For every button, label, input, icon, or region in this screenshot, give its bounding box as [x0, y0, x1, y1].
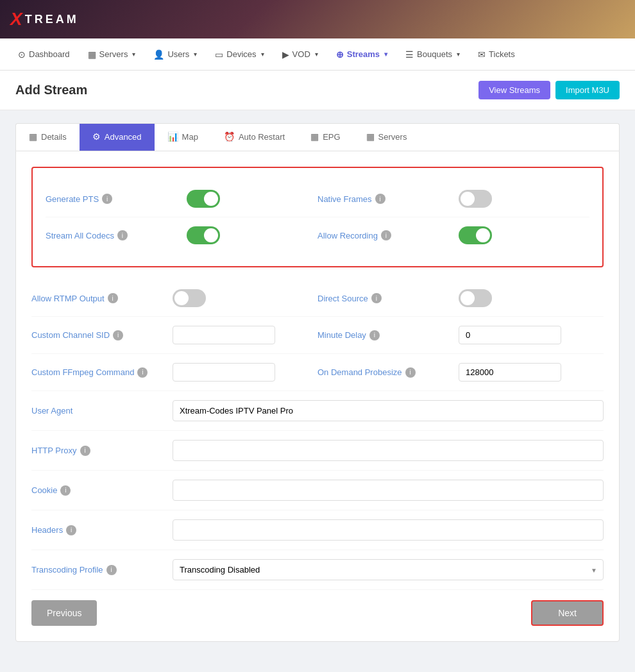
tab-servers-label: Servers [378, 132, 407, 142]
chevron-icon: ▾ [315, 51, 318, 58]
direct-source-toggle-container [459, 289, 587, 307]
auto-restart-tab-icon: ⏰ [224, 131, 235, 142]
minute-delay-col: Minute Delay i [318, 326, 604, 344]
nav-item-streams[interactable]: ⊕ Streams ▾ [328, 46, 395, 63]
chevron-icon: ▾ [194, 51, 197, 58]
details-tab-icon: ▦ [29, 131, 37, 142]
page-title: Add Stream [15, 83, 87, 97]
direct-source-slider [459, 289, 492, 307]
generate-pts-toggle-container [187, 190, 315, 208]
stream-all-codecs-slider [187, 226, 220, 244]
stream-all-codecs-toggle[interactable] [187, 226, 220, 244]
tab-epg[interactable]: ▦ EPG [298, 124, 353, 151]
custom-channel-sid-input[interactable] [173, 326, 275, 344]
tab-servers[interactable]: ▦ Servers [353, 124, 420, 151]
transcoding-profile-info-icon[interactable]: i [106, 565, 117, 575]
cookie-info-icon[interactable]: i [60, 485, 71, 496]
direct-source-toggle[interactable] [459, 289, 492, 307]
stream-all-codecs-col: Stream All Codecs i [46, 226, 318, 244]
http-proxy-input[interactable] [173, 440, 604, 461]
on-demand-probesize-label-group: On Demand Probesize i [318, 367, 459, 378]
tab-auto-restart[interactable]: ⏰ Auto Restart [211, 124, 298, 151]
direct-source-info-icon[interactable]: i [371, 293, 382, 303]
transcoding-profile-input-container: Transcoding Disabled Low Quality Medium … [173, 559, 604, 580]
minute-delay-info-icon[interactable]: i [369, 330, 380, 340]
highlighted-row-1: Generate PTS i Native Frames i [46, 181, 589, 217]
tab-advanced[interactable]: ⚙ Advanced [80, 124, 155, 151]
generate-pts-info-icon[interactable]: i [102, 194, 112, 204]
direct-source-label-group: Direct Source i [318, 293, 459, 303]
bottom-nav: Previous Next [31, 590, 604, 626]
tab-details-label: Details [41, 132, 67, 142]
users-icon: 👤 [153, 49, 164, 60]
transcoding-profile-row: Transcoding Profile i Transcoding Disabl… [31, 550, 604, 590]
tab-details[interactable]: ▦ Details [16, 124, 80, 151]
epg-tab-icon: ▦ [310, 131, 319, 142]
allow-recording-info-icon[interactable]: i [381, 230, 391, 240]
minute-delay-label: Minute Delay [318, 330, 366, 340]
nav-label-streams: Streams [347, 49, 380, 59]
on-demand-probesize-input[interactable] [459, 363, 561, 382]
nav-item-bouquets[interactable]: ☰ Bouquets ▾ [398, 46, 468, 63]
highlighted-section: Generate PTS i Native Frames i [31, 167, 604, 267]
allow-rtmp-info-icon[interactable]: i [108, 293, 118, 303]
http-proxy-info-icon[interactable]: i [80, 446, 90, 456]
native-frames-info-icon[interactable]: i [375, 194, 385, 204]
headers-input[interactable] [173, 519, 604, 541]
nav-item-servers[interactable]: ▦ Servers ▾ [80, 46, 144, 63]
transcoding-profile-label-group: Transcoding Profile i [31, 565, 173, 575]
import-m3u-button[interactable]: Import M3U [555, 81, 620, 99]
cookie-input-container [173, 480, 604, 501]
nav-label-servers: Servers [99, 49, 128, 59]
custom-ffmpeg-input[interactable] [173, 363, 275, 382]
next-button[interactable]: Next [531, 600, 604, 626]
generate-pts-toggle[interactable] [187, 190, 220, 208]
logo-tream: TREAM [25, 13, 79, 26]
tab-epg-label: EPG [323, 132, 340, 142]
headers-info-icon[interactable]: i [66, 525, 76, 535]
cookie-input[interactable] [173, 480, 604, 501]
direct-source-col: Direct Source i [318, 289, 604, 307]
tab-map-label: Map [182, 132, 198, 142]
user-agent-input[interactable] [173, 400, 604, 421]
previous-button[interactable]: Previous [31, 600, 97, 626]
header-buttons: View Streams Import M3U [478, 81, 620, 99]
nav-item-users[interactable]: 👤 Users ▾ [146, 46, 205, 63]
headers-input-container [173, 519, 604, 541]
transcoding-profile-select[interactable]: Transcoding Disabled Low Quality Medium … [173, 559, 604, 580]
native-frames-toggle[interactable] [459, 190, 492, 208]
allow-recording-label: Allow Recording [318, 231, 378, 240]
rtmp-direct-row: Allow RTMP Output i Direct Source i [31, 280, 604, 317]
tab-map[interactable]: 📊 Map [155, 124, 211, 151]
generate-pts-col: Generate PTS i [46, 190, 318, 208]
custom-channel-sid-info-icon[interactable]: i [113, 330, 123, 340]
nav-item-dashboard[interactable]: ⊙ Dashboard [10, 46, 78, 63]
user-agent-label: User Agent [31, 406, 72, 416]
stream-all-codecs-label-group: Stream All Codecs i [46, 230, 187, 240]
transcoding-profile-label: Transcoding Profile [31, 565, 103, 575]
bouquets-icon: ☰ [405, 49, 414, 60]
main-content: ▦ Details ⚙ Advanced 📊 Map ⏰ Auto Restar… [0, 110, 635, 655]
stream-all-codecs-info-icon[interactable]: i [117, 230, 128, 240]
allow-rtmp-toggle[interactable] [173, 289, 206, 307]
custom-channel-sid-label: Custom Channel SID [31, 330, 110, 340]
servers-tab-icon: ▦ [366, 131, 375, 142]
nav-label-vod: VOD [292, 49, 310, 59]
allow-recording-col: Allow Recording i [318, 226, 589, 244]
nav-item-vod[interactable]: ▶ VOD ▾ [275, 46, 326, 63]
highlighted-row-2: Stream All Codecs i Allow Recording i [46, 217, 589, 253]
minute-delay-label-group: Minute Delay i [318, 330, 459, 340]
custom-ffmpeg-info-icon[interactable]: i [137, 367, 148, 378]
nav-item-devices[interactable]: ▭ Devices ▾ [207, 46, 271, 63]
streams-icon: ⊕ [336, 49, 344, 60]
minute-delay-input[interactable] [459, 326, 561, 344]
on-demand-probesize-info-icon[interactable]: i [405, 367, 416, 378]
view-streams-button[interactable]: View Streams [478, 81, 550, 99]
page-header: Add Stream View Streams Import M3U [0, 71, 635, 110]
nav-item-tickets[interactable]: ✉ Tickets [470, 46, 523, 63]
allow-recording-toggle[interactable] [459, 226, 492, 244]
generate-pts-label: Generate PTS [46, 194, 99, 204]
nav-label-tickets: Tickets [489, 49, 515, 59]
chevron-icon: ▾ [457, 51, 460, 58]
ffmpeg-probesize-row: Custom FFmpeg Command i On Demand Probes… [31, 354, 604, 391]
